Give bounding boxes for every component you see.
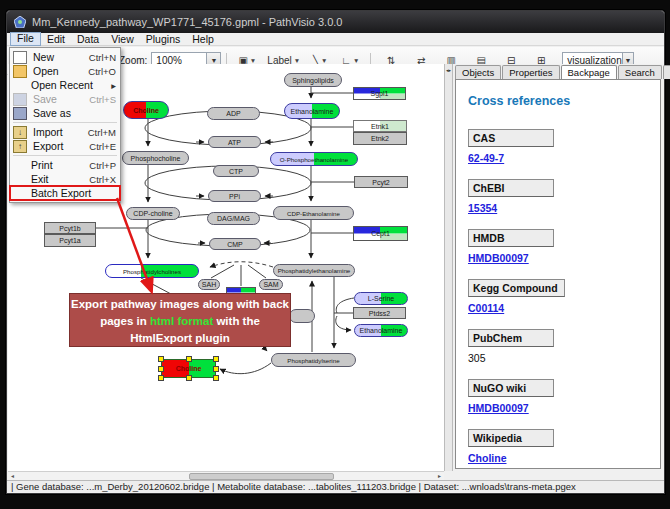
menubar-item-help[interactable]: Help xyxy=(186,33,220,46)
crossref-sections: CAS62-49-7ChEBI15354HMDBHMDB00097Kegg Co… xyxy=(468,128,660,464)
selection-handle[interactable] xyxy=(186,356,192,362)
save-as-icon xyxy=(13,107,27,120)
crossref-link-nugo-wiki[interactable]: HMDB00097 xyxy=(468,402,529,414)
menu-shortcut: Ctrl+M xyxy=(88,127,116,138)
hscrollbar-thumb[interactable] xyxy=(189,473,334,480)
pathway-node-cdp-choline[interactable]: CDP-choline xyxy=(126,207,180,220)
menu-item-open-recent[interactable]: Open Recent▸ xyxy=(10,78,120,92)
pathway-node-pcyt1a[interactable]: Pcyt1a xyxy=(44,234,96,247)
menu-item-export[interactable]: ↑ExportCtrl+E xyxy=(10,139,120,153)
pathway-node-node-fragment[interactable] xyxy=(289,309,315,323)
pathway-node-phosphatidylcholines[interactable]: Phosphatidylcholines xyxy=(105,264,199,278)
crossref-header: HMDB xyxy=(468,229,554,247)
menu-item-open[interactable]: OpenCtrl+O xyxy=(10,64,120,78)
crossref-header: ChEBI xyxy=(468,179,554,197)
crossref-section-cas: CAS62-49-7 xyxy=(468,128,660,164)
menu-item-save[interactable]: SaveCtrl+S xyxy=(10,92,120,106)
crossref-link-wikipedia[interactable]: Choline xyxy=(468,452,507,464)
pathway-node-pcyt2[interactable]: Pcyt2 xyxy=(354,176,408,188)
selection-handle[interactable] xyxy=(158,356,164,362)
scroll-left-icon[interactable]: ◄ xyxy=(8,473,17,480)
crossref-link-hmdb[interactable]: HMDB00097 xyxy=(468,252,529,264)
scroll-right-icon[interactable]: ► xyxy=(435,473,444,480)
pathway-node-etnk1[interactable]: Etnk1 xyxy=(353,120,407,132)
crossref-header: PubChem xyxy=(468,329,554,347)
pathway-node-phosphocholine[interactable]: Phosphocholine xyxy=(122,151,189,165)
menu-item-label: Batch Export xyxy=(31,187,112,199)
pathway-node-cept1[interactable]: Cept1 xyxy=(353,226,408,241)
pathway-node-dag-mag[interactable]: DAG/MAG xyxy=(207,212,260,225)
pathway-node-etnk2[interactable]: Etnk2 xyxy=(353,132,407,145)
menubar-item-edit[interactable]: Edit xyxy=(41,33,71,46)
side-panel-tabs: Objects Properties Backpage Search Legen… xyxy=(453,65,663,79)
selection-handle[interactable] xyxy=(158,366,164,372)
pathway-node-phosphatidylserine[interactable]: Phosphatidylserine xyxy=(271,353,356,367)
pathway-node-sam[interactable]: SAM xyxy=(259,279,283,290)
menu-item-label: Print xyxy=(31,159,85,171)
pathway-node-choline-top[interactable]: Choline xyxy=(123,101,169,119)
selection-handle[interactable] xyxy=(186,375,192,381)
annotation-callout: Export pathway images along with back pa… xyxy=(69,293,291,347)
tab-properties[interactable]: Properties xyxy=(502,65,559,79)
menu-item-save-as[interactable]: Save as xyxy=(10,106,120,120)
pathway-node-atp[interactable]: ATP xyxy=(208,136,261,148)
open-folder-icon xyxy=(13,65,27,78)
crossref-section-kegg-compound: Kegg CompoundC00114 xyxy=(468,278,660,314)
menubar-item-plugins[interactable]: Plugins xyxy=(140,33,186,46)
crossref-link-kegg-compound[interactable]: C00114 xyxy=(468,302,504,314)
tab-search[interactable]: Search xyxy=(618,65,662,79)
menubar-item-data[interactable]: Data xyxy=(71,33,105,46)
status-bar: | Gene database: ...m_Derby_20120602.bri… xyxy=(7,480,664,492)
menu-item-print[interactable]: PrintCtrl+P xyxy=(10,158,120,172)
menu-bar: File Edit Data View Plugins Help xyxy=(7,33,664,46)
pathway-node-sgpl1[interactable]: Sgpl1 xyxy=(353,87,406,100)
panel-splitter[interactable]: ◂▸ xyxy=(444,64,453,471)
selection-handle[interactable] xyxy=(213,366,219,372)
crossref-value-pubchem: 305 xyxy=(468,352,486,364)
selection-handle[interactable] xyxy=(213,375,219,381)
callout-highlight: html format xyxy=(150,315,213,327)
menubar-item-view[interactable]: View xyxy=(105,33,140,46)
pathway-node-adp[interactable]: ADP xyxy=(207,107,260,120)
callout-line2: pages in html format with the xyxy=(70,313,290,330)
import-icon: ↓ xyxy=(13,126,27,139)
menubar-item-file[interactable]: File xyxy=(10,32,41,46)
crossref-link-cas[interactable]: 62-49-7 xyxy=(468,152,504,164)
file-menu-dropdown: NewCtrl+NOpenCtrl+OOpen Recent▸SaveCtrl+… xyxy=(9,47,121,203)
selection-handle[interactable] xyxy=(158,375,164,381)
pathway-node-cmp[interactable]: CMP xyxy=(209,238,261,250)
menu-item-exit[interactable]: ExitCtrl+X xyxy=(10,172,120,186)
pathway-node-ethanolamine-bottom[interactable]: Ethanolamine xyxy=(354,324,408,337)
save-icon xyxy=(13,93,27,106)
menu-item-new[interactable]: NewCtrl+N xyxy=(10,50,120,64)
menu-item-import[interactable]: ↓ImportCtrl+M xyxy=(10,125,120,139)
tab-legend[interactable]: Legend xyxy=(663,65,670,79)
pathway-node-sphingolipids[interactable]: Sphingolipids xyxy=(284,73,342,87)
menu-item-batch-export[interactable]: Batch Export xyxy=(10,186,120,200)
menu-shortcut: Ctrl+S xyxy=(89,94,116,105)
menu-item-label: New xyxy=(33,51,85,63)
crossref-section-pubchem: PubChem305 xyxy=(468,328,660,364)
crossref-section-nugo-wiki: NuGO wikiHMDB00097 xyxy=(468,378,660,414)
crossref-section-wikipedia: WikipediaCholine xyxy=(468,428,660,464)
side-panel: Objects Properties Backpage Search Legen… xyxy=(453,64,663,471)
tab-objects[interactable]: Objects xyxy=(455,65,501,79)
pathway-node-l-serine[interactable]: L-Serine xyxy=(354,292,408,305)
crossref-link-chebi[interactable]: 15354 xyxy=(468,202,497,214)
pathway-node-ppi[interactable]: PPi xyxy=(208,190,261,202)
pathway-node-o-phosphoethanolamine[interactable]: O-Phosphoethanolamine xyxy=(270,152,358,166)
menu-shortcut: Ctrl+X xyxy=(89,174,116,185)
tab-backpage[interactable]: Backpage xyxy=(561,65,617,79)
pathway-node-pcyt1b[interactable]: Pcyt1b xyxy=(44,222,96,234)
app-window: Mm_Kennedy_pathway_WP1771_45176.gpml - P… xyxy=(6,10,665,494)
selection-handle[interactable] xyxy=(213,356,219,362)
pathway-node-cdp-ethanolamine[interactable]: CDP-Ethanolamine xyxy=(273,206,354,220)
pathway-node-ethanolamine-top[interactable]: Ethanolamine xyxy=(284,103,340,119)
menu-item-label: Save as xyxy=(33,107,112,119)
pathway-node-phosphatidylethanolamine[interactable]: Phosphatidylethanolamine xyxy=(273,264,355,277)
menu-item-label: Open xyxy=(33,65,84,77)
pathway-node-ctp[interactable]: CTP xyxy=(213,165,259,177)
submenu-arrow-icon: ▸ xyxy=(111,80,116,91)
pathway-node-ptdss2[interactable]: Ptdss2 xyxy=(353,307,406,319)
pathway-node-sah[interactable]: SAH xyxy=(198,279,220,290)
